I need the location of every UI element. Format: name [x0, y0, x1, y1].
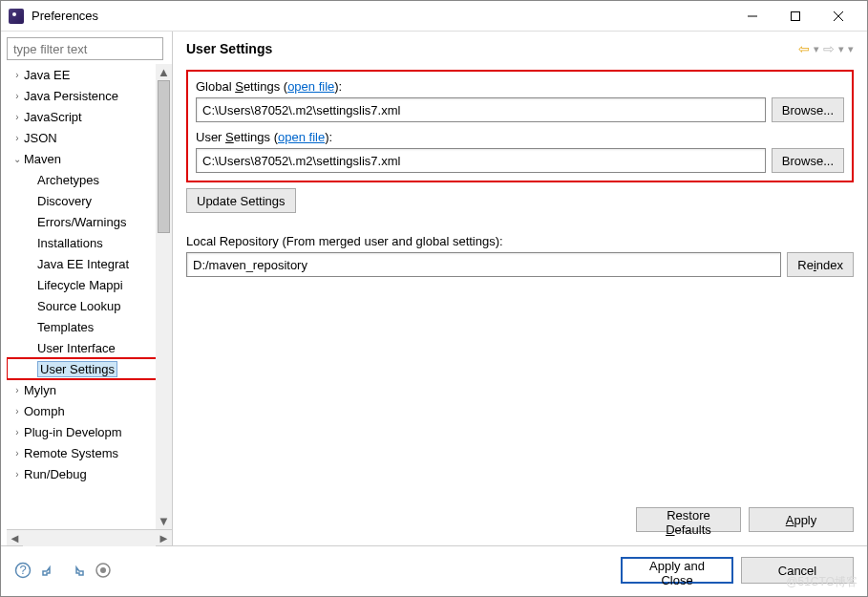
- scroll-right-icon[interactable]: ►: [156, 530, 172, 546]
- tree-item[interactable]: ›Java Persistence: [7, 85, 170, 106]
- tree-item-label: Java EE Integrat: [37, 257, 129, 271]
- horizontal-scrollbar[interactable]: ◄ ►: [7, 529, 172, 545]
- sidebar: ›Java EE›Java Persistence›JavaScript›JSO…: [1, 32, 173, 545]
- tree-item-label: Oomph: [24, 404, 65, 418]
- local-repo-label: Local Repository (From merged user and g…: [186, 234, 854, 248]
- oomph-icon[interactable]: [95, 562, 112, 579]
- tree-item-label: Errors/Warnings: [37, 215, 126, 229]
- cancel-button[interactable]: Cancel: [741, 557, 854, 584]
- svg-text:?: ?: [19, 563, 26, 577]
- maximize-button[interactable]: [773, 3, 816, 30]
- restore-defaults-button[interactable]: Restore Defaults: [636, 507, 741, 532]
- chevron-right-icon[interactable]: ›: [11, 427, 24, 437]
- tree-item-label: User Settings: [37, 361, 117, 377]
- tree-item-label: JavaScript: [24, 110, 82, 124]
- global-settings-label: Global Settings (open file):: [196, 79, 844, 94]
- tree-item-label: User Interface: [37, 341, 116, 355]
- tree-item[interactable]: ›Mylyn: [7, 379, 170, 400]
- scroll-up-icon[interactable]: ▲: [156, 64, 172, 80]
- update-settings-button[interactable]: Update Settings: [186, 188, 296, 213]
- tree-item-label: Mylyn: [24, 383, 56, 397]
- tree-item[interactable]: Java EE Integrat: [7, 253, 170, 274]
- export-icon[interactable]: [68, 562, 85, 579]
- scroll-down-icon[interactable]: ▼: [156, 513, 172, 529]
- chevron-right-icon[interactable]: ›: [11, 385, 24, 395]
- chevron-right-icon[interactable]: ›: [11, 448, 24, 458]
- tree-item[interactable]: ›Java EE: [7, 64, 170, 85]
- tree-item[interactable]: Templates: [7, 316, 170, 337]
- tree-item-label: Java Persistence: [24, 89, 118, 103]
- chevron-right-icon[interactable]: ›: [11, 469, 24, 480]
- svg-rect-1: [791, 11, 799, 20]
- tree-item[interactable]: Installations: [7, 232, 170, 253]
- vertical-scrollbar[interactable]: ▲ ▼: [156, 64, 172, 529]
- tree-item-label: Discovery: [37, 194, 92, 208]
- window-title: Preferences: [32, 9, 730, 23]
- preferences-tree[interactable]: ›Java EE›Java Persistence›JavaScript›JSO…: [7, 64, 172, 529]
- user-settings-input[interactable]: [196, 148, 766, 173]
- tree-item-label: Run/Debug: [24, 467, 87, 481]
- tree-item[interactable]: Errors/Warnings: [7, 211, 170, 232]
- chevron-right-icon[interactable]: ›: [11, 406, 24, 416]
- tree-item-label: Plug-in Developm: [24, 425, 122, 439]
- back-icon[interactable]: ⇦: [798, 41, 810, 56]
- tree-item[interactable]: ⌄Maven: [7, 148, 170, 169]
- page-title: User Settings: [186, 41, 272, 56]
- window-buttons: [730, 3, 859, 30]
- forward-dropdown-icon[interactable]: ▾: [838, 43, 844, 55]
- tree-item[interactable]: Discovery: [7, 190, 170, 211]
- tree-item[interactable]: Source Lookup: [7, 295, 170, 316]
- help-icon[interactable]: ?: [14, 562, 32, 579]
- tree-item-label: JSON: [24, 131, 57, 145]
- tree-item-label: Templates: [37, 320, 94, 334]
- forward-icon[interactable]: ⇨: [823, 41, 835, 56]
- tree-item-label: Archetypes: [37, 173, 99, 187]
- titlebar: Preferences: [1, 1, 867, 32]
- chevron-down-icon[interactable]: ⌄: [11, 154, 24, 164]
- minimize-button[interactable]: [730, 3, 773, 30]
- scrollbar-thumb[interactable]: [158, 80, 170, 233]
- tree-item[interactable]: User Settings: [7, 358, 170, 379]
- global-settings-input[interactable]: [196, 97, 766, 122]
- tree-item[interactable]: User Interface: [7, 337, 170, 358]
- menu-dropdown-icon[interactable]: ▾: [848, 43, 854, 55]
- settings-highlight: Global Settings (open file): Browse... U…: [186, 70, 854, 182]
- tree-item[interactable]: Archetypes: [7, 169, 170, 190]
- bottom-bar: ? Apply and Close Cancel: [1, 546, 867, 594]
- chevron-right-icon[interactable]: ›: [11, 91, 24, 101]
- tree-item[interactable]: Lifecycle Mappi: [7, 274, 170, 295]
- user-settings-label: User Settings (open file):: [196, 130, 844, 144]
- chevron-right-icon[interactable]: ›: [11, 133, 24, 143]
- back-dropdown-icon[interactable]: ▾: [814, 43, 819, 55]
- tree-item[interactable]: ›JavaScript: [7, 106, 170, 127]
- filter-input[interactable]: [7, 37, 163, 60]
- global-browse-button[interactable]: Browse...: [772, 97, 844, 122]
- svg-point-7: [100, 567, 106, 573]
- scroll-left-icon[interactable]: ◄: [7, 530, 23, 546]
- tree-item[interactable]: ›Oomph: [7, 400, 170, 421]
- close-button[interactable]: [816, 3, 859, 30]
- tree-item-label: Java EE: [24, 68, 70, 82]
- tree-item-label: Lifecycle Mappi: [37, 278, 123, 292]
- tree-item-label: Source Lookup: [37, 299, 120, 313]
- import-icon[interactable]: [41, 562, 58, 579]
- tree-item-label: Installations: [37, 236, 103, 250]
- tree-item[interactable]: ›JSON: [7, 127, 170, 148]
- tree-item[interactable]: ›Remote Systems: [7, 442, 170, 463]
- tree-item-label: Maven: [24, 152, 61, 166]
- chevron-right-icon[interactable]: ›: [11, 112, 24, 122]
- local-repo-input[interactable]: [186, 252, 781, 277]
- global-open-file-link[interactable]: open file: [287, 79, 334, 94]
- reindex-button[interactable]: Reindex: [787, 252, 854, 277]
- user-open-file-link[interactable]: open file: [278, 130, 325, 144]
- main-panel: User Settings ⇦▾ ⇨▾ ▾ Global Settings (o…: [173, 32, 867, 545]
- app-icon: [9, 9, 24, 24]
- tree-item[interactable]: ›Plug-in Developm: [7, 421, 170, 442]
- user-browse-button[interactable]: Browse...: [772, 148, 844, 173]
- chevron-right-icon[interactable]: ›: [11, 70, 24, 80]
- nav-icons: ⇦▾ ⇨▾ ▾: [798, 41, 854, 56]
- tree-item[interactable]: ›Run/Debug: [7, 463, 170, 484]
- apply-button[interactable]: Apply: [749, 507, 854, 532]
- tree-item-label: Remote Systems: [24, 446, 118, 460]
- apply-and-close-button[interactable]: Apply and Close: [621, 557, 733, 584]
